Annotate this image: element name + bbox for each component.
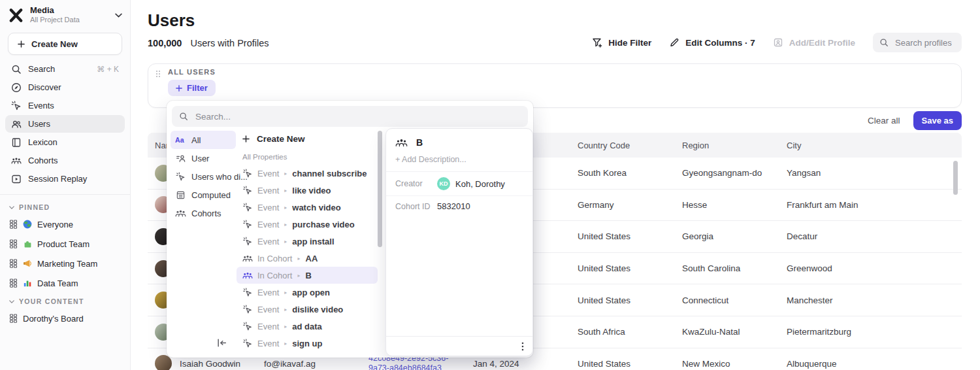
create-new-button[interactable]: Create New bbox=[8, 33, 122, 55]
funnel-icon bbox=[592, 37, 602, 48]
chevron-down-icon bbox=[115, 13, 122, 18]
pinned-board-item[interactable]: Everyone bbox=[0, 214, 130, 234]
property-name: channel subscribe bbox=[292, 169, 367, 178]
sidebar-nav-item[interactable]: Session Replay bbox=[5, 170, 125, 188]
project-switcher[interactable]: Media All Project Data bbox=[0, 0, 130, 27]
discover-icon bbox=[11, 82, 22, 93]
project-scope: All Project Data bbox=[30, 16, 80, 25]
user-region: Connecticut bbox=[675, 295, 779, 305]
cohort-id-label: Cohort ID bbox=[395, 202, 437, 211]
dropdown-property-item[interactable]: Event ▸ channel subscribe bbox=[237, 165, 378, 182]
dropdown-category[interactable]: Computed bbox=[171, 186, 236, 204]
nav-item-label: Lexicon bbox=[28, 137, 57, 147]
dropdown-property-item[interactable]: In Cohort ▸ AA bbox=[237, 250, 378, 267]
column-header-country-code[interactable]: Country Code bbox=[570, 141, 675, 150]
user-region: Hesse bbox=[675, 200, 779, 210]
property-category: Event bbox=[257, 169, 279, 178]
toolbar: Hide Filter Edit Columns · 7 Add/Edit Pr… bbox=[592, 33, 962, 52]
app-logo-icon bbox=[8, 7, 24, 24]
cohorts-icon bbox=[242, 254, 253, 263]
add-edit-profile-button[interactable]: Add/Edit Profile bbox=[773, 37, 855, 48]
board-label: Marketing Team bbox=[37, 259, 97, 269]
create-new-label: Create New bbox=[31, 39, 78, 49]
page-title: Users bbox=[148, 10, 195, 31]
plus-icon bbox=[242, 135, 250, 143]
sidebar-nav-item[interactable]: Lexicon bbox=[5, 133, 125, 151]
dropdown-property-item[interactable]: In Cohort ▸ B bbox=[237, 267, 378, 284]
user-name: Isaiah Goodwin bbox=[180, 359, 240, 369]
chevron-right-icon: ▸ bbox=[297, 273, 300, 278]
dropdown-category[interactable]: Users who di... bbox=[171, 167, 236, 186]
property-category: Event bbox=[257, 220, 279, 229]
save-as-button[interactable]: Save as bbox=[913, 111, 962, 130]
events-icon bbox=[242, 288, 253, 297]
events-icon bbox=[242, 237, 253, 246]
sidebar-nav-item[interactable]: Events bbox=[5, 97, 125, 114]
cohorts-icon bbox=[175, 209, 186, 218]
board-icon bbox=[9, 239, 18, 248]
pinned-board-item[interactable]: Product Team bbox=[0, 234, 130, 254]
dropdown-category[interactable]: Cohorts bbox=[171, 204, 236, 222]
user-country: United States bbox=[570, 359, 675, 369]
add-filter-button[interactable]: Filter bbox=[168, 80, 216, 96]
cohorts-icon bbox=[242, 271, 253, 280]
hide-filter-button[interactable]: Hide Filter bbox=[592, 37, 651, 48]
user-region: Georgia bbox=[675, 231, 779, 241]
pinned-section-header[interactable]: PINNED bbox=[0, 199, 130, 214]
collapse-panel-icon[interactable] bbox=[216, 338, 227, 348]
dropdown-create-new-button[interactable]: Create New bbox=[237, 129, 378, 148]
dropdown-scrollbar[interactable] bbox=[378, 131, 382, 247]
cohort-id-value: 5832010 bbox=[437, 201, 470, 211]
dropdown-property-item[interactable]: Event ▸ watch video bbox=[237, 199, 378, 216]
property-category: Event bbox=[257, 339, 279, 348]
more-options-icon[interactable] bbox=[521, 342, 524, 351]
table-scrollbar[interactable] bbox=[953, 161, 958, 195]
lexicon-icon bbox=[11, 137, 22, 148]
dropdown-section-label: All Properties bbox=[237, 148, 378, 165]
dropdown-property-item[interactable]: Event ▸ sign up bbox=[237, 335, 378, 352]
drag-handle-icon[interactable] bbox=[155, 70, 161, 78]
dropdown-search-box[interactable] bbox=[172, 106, 528, 127]
column-header-region[interactable]: Region bbox=[675, 141, 779, 150]
search-profiles-input[interactable] bbox=[894, 37, 955, 48]
user-count: 100,000 bbox=[148, 38, 182, 48]
dropdown-property-item[interactable]: Event ▸ purchase video bbox=[237, 216, 378, 233]
pinned-board-item[interactable]: Data Team bbox=[0, 273, 130, 293]
sidebar-nav-item[interactable]: Cohorts bbox=[5, 152, 125, 169]
edit-columns-button[interactable]: Edit Columns · 7 bbox=[669, 37, 755, 48]
user-country: South Korea bbox=[570, 168, 675, 178]
column-header-city[interactable]: City bbox=[779, 141, 962, 150]
clear-all-button[interactable]: Clear all bbox=[864, 112, 904, 129]
dropdown-category[interactable]: Aa All bbox=[171, 131, 236, 149]
dropdown-property-item[interactable]: Event ▸ app install bbox=[237, 233, 378, 250]
sidebar-nav-item[interactable]: Users bbox=[5, 115, 125, 133]
your-content-section-header[interactable]: YOUR CONTENT bbox=[0, 293, 130, 309]
dropdown-property-list: Create New All Properties Event ▸ channe… bbox=[237, 129, 378, 352]
dropdown-search-input[interactable] bbox=[194, 111, 521, 122]
dropdown-property-item[interactable]: Event ▸ app open bbox=[237, 284, 378, 301]
search-icon bbox=[879, 38, 889, 47]
dropdown-property-item[interactable]: Event ▸ dislike video bbox=[237, 301, 378, 318]
computed-icon bbox=[175, 190, 186, 200]
chevron-right-icon: ▸ bbox=[284, 307, 287, 312]
your-content-board-item[interactable]: Dorothy's Board bbox=[0, 309, 130, 328]
dropdown-category[interactable]: User bbox=[171, 149, 236, 167]
property-name: dislike video bbox=[292, 305, 343, 314]
property-category: Event bbox=[257, 305, 279, 314]
add-description-button[interactable]: + Add Description... bbox=[386, 152, 532, 172]
board-label: Everyone bbox=[37, 220, 73, 229]
barchart-icon bbox=[23, 278, 32, 288]
pinned-board-item[interactable]: Marketing Team bbox=[0, 254, 130, 273]
user-country: Germany bbox=[570, 200, 675, 210]
search-profiles-box[interactable] bbox=[873, 33, 962, 52]
category-label: Cohorts bbox=[191, 209, 221, 218]
property-name: AA bbox=[306, 254, 318, 263]
sidebar-nav-item[interactable]: Discover bbox=[5, 78, 125, 96]
nav-item-label: Session Replay bbox=[28, 174, 87, 184]
property-category: In Cohort bbox=[257, 254, 292, 263]
user-count-row: 100,000 Users with Profiles bbox=[148, 38, 269, 48]
dropdown-property-item[interactable]: Event ▸ like video bbox=[237, 182, 378, 199]
dropdown-property-item[interactable]: Event ▸ ad data bbox=[237, 318, 378, 335]
sidebar-nav-item[interactable]: Search ⌘ + K bbox=[5, 60, 125, 78]
chevron-right-icon: ▸ bbox=[284, 171, 287, 177]
